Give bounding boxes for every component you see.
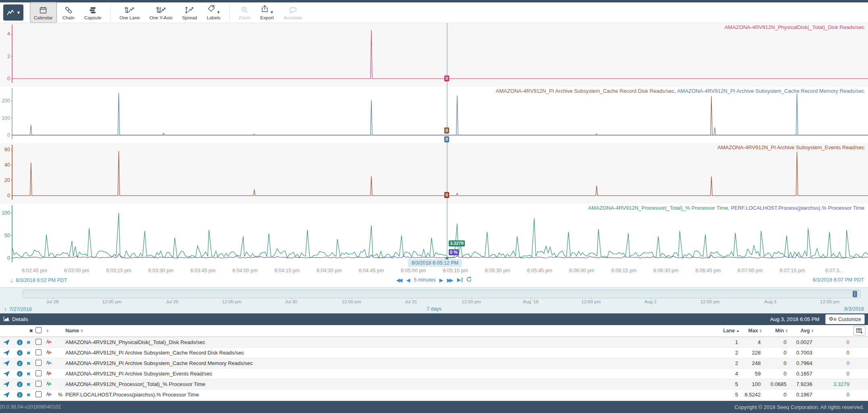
column-avg[interactable]: Avg	[800, 328, 809, 334]
row-checkbox[interactable]	[36, 360, 42, 366]
remove-icon[interactable]	[27, 340, 30, 345]
remove-icon[interactable]	[27, 392, 30, 397]
chevron-down-icon: ▼	[270, 10, 274, 15]
table-row[interactable]: %PERF.LOCALHOST.Process(piarchss).% Proc…	[0, 390, 868, 400]
send-icon[interactable]	[2, 369, 10, 377]
remove-icon[interactable]	[27, 361, 30, 366]
export-button[interactable]: ▼ Export	[256, 2, 278, 23]
unit-label: %	[58, 392, 65, 398]
timeline-bar[interactable]	[22, 290, 861, 298]
chevron-down-icon: ▼	[17, 10, 21, 15]
timeline-selection-handle[interactable]	[853, 291, 857, 297]
row-checkbox[interactable]	[36, 370, 42, 376]
range-end-label[interactable]: 8/3/2018 6:07 PM PDT	[813, 277, 864, 283]
series-name[interactable]: AMAZONA-4RV912N_PI Archive Subsystem_Cac…	[65, 350, 716, 356]
annotate-label: Annotate	[284, 15, 302, 20]
row-checkbox[interactable]	[36, 381, 42, 387]
signal-wave-icon	[46, 391, 53, 397]
row-checkbox[interactable]	[36, 349, 42, 355]
avg-value: 0.7003	[788, 350, 814, 356]
chart-lane-4[interactable]: 050100AMAZONA-4RV912N_Processor(_Total)_…	[0, 204, 868, 266]
chain-button[interactable]: Chain	[59, 2, 79, 23]
step-forward-much-button[interactable]: ▶▶	[447, 277, 454, 283]
series-name[interactable]: AMAZONA-4RV912N_PI Archive Subsystem_Cac…	[65, 360, 716, 366]
chart-lane-3[interactable]: 0204060AMAZONA-4RV912N_PI Archive Subsys…	[0, 143, 868, 204]
chart-lane-2[interactable]: 0100200AMAZONA-4RV912N_PI Archive Subsys…	[0, 87, 868, 143]
select-all-checkbox[interactable]	[36, 327, 42, 333]
zoom-button[interactable]: Zoom	[234, 2, 254, 23]
cursor-value: 0	[814, 339, 851, 345]
spread-button[interactable]: Spread	[178, 2, 201, 23]
trend-view-menu-button[interactable]: ▼	[3, 4, 23, 21]
column-min[interactable]: Min	[775, 328, 784, 334]
one-lane-button[interactable]: One Lane	[115, 2, 144, 23]
details-title: Details	[12, 316, 28, 322]
row-checkbox[interactable]	[36, 391, 42, 397]
row-checkbox[interactable]	[36, 339, 42, 345]
lanes[interactable]: 024AMAZONA-4RV912N_PhysicalDisk(_Total)_…	[0, 23, 868, 266]
info-icon[interactable]	[17, 382, 23, 387]
timeline-duration[interactable]: 7 days	[427, 306, 441, 312]
min-value: 0	[762, 360, 788, 366]
info-icon[interactable]	[17, 340, 23, 345]
table-row[interactable]: AMAZONA-4RV912N_Processor(_Total)_% Proc…	[0, 379, 868, 390]
timeline-end-date[interactable]: 8/3/2018	[844, 306, 864, 312]
one-lane-label: One Lane	[119, 15, 140, 20]
table-row[interactable]: AMAZONA-4RV912N_PI Archive Subsystem_Eve…	[0, 369, 868, 379]
remove-icon[interactable]	[27, 371, 30, 376]
add-column-button[interactable]	[853, 326, 866, 336]
signal-wave-icon	[46, 339, 53, 345]
send-icon[interactable]	[2, 380, 10, 387]
timeline: Jul 2812:00 pmJul 2912:00 pmJul 3012:00 …	[0, 287, 868, 313]
timeline-start-date[interactable]: 7/27/2018	[9, 307, 32, 312]
info-icon[interactable]	[17, 392, 23, 398]
chain-icon	[64, 5, 73, 15]
sort-icon[interactable]: ▲▼	[80, 329, 83, 333]
step-back-much-button[interactable]: ◀◀	[396, 277, 402, 283]
capsule-button[interactable]: Capsule	[80, 2, 105, 23]
refresh-icon[interactable]	[466, 276, 472, 284]
customize-button[interactable]: ⚙⚙ Customize	[825, 314, 865, 324]
column-max[interactable]: Max	[748, 328, 758, 334]
table-row[interactable]: AMAZONA-4RV912N_PhysicalDisk(_Total)_Dis…	[0, 337, 868, 348]
send-icon[interactable]	[2, 359, 10, 366]
step-back-button[interactable]: ◀	[406, 277, 410, 283]
column-name[interactable]: Name	[65, 328, 79, 334]
chart-lane-1[interactable]: 024AMAZONA-4RV912N_PhysicalDisk(_Total)_…	[0, 23, 868, 87]
remove-icon[interactable]	[27, 382, 30, 387]
sort-icon[interactable]: ▲▼	[785, 329, 788, 333]
sort-asc-icon[interactable]: ▲	[736, 329, 740, 333]
info-icon[interactable]	[17, 371, 23, 377]
step-forward-button[interactable]: ▶	[439, 277, 443, 283]
sort-icon[interactable]: ▲▼	[759, 329, 762, 333]
remove-all-icon[interactable]	[27, 328, 36, 334]
send-icon[interactable]	[2, 390, 10, 398]
series-name[interactable]: AMAZONA-4RV912N_Processor(_Total)_% Proc…	[65, 381, 716, 387]
sort-icon[interactable]: ▲▼	[811, 329, 814, 333]
x-axis-tick: 6:06:15 pm	[611, 268, 637, 273]
duration-label[interactable]: 5 minutes	[414, 277, 435, 283]
range-start-label[interactable]: 8/3/2018 6:02 PM PDT	[16, 277, 67, 283]
table-row[interactable]: AMAZONA-4RV912N_PI Archive Subsystem_Cac…	[0, 358, 868, 369]
table-row[interactable]: AMAZONA-4RV912N_PI Archive Subsystem_Cac…	[0, 348, 868, 358]
step-to-end-button[interactable]: ▶	[457, 277, 462, 282]
x-axis-tick: 6:04:00 pm	[232, 268, 258, 273]
sort-icon[interactable]: ▲▼	[46, 329, 49, 333]
x-axis-tick: 6:03:45 pm	[190, 268, 216, 273]
column-lane[interactable]: Lane	[723, 328, 735, 334]
x-axis-tick: 6:04:45 pm	[359, 268, 384, 273]
info-icon[interactable]	[17, 361, 23, 366]
info-icon[interactable]	[17, 350, 23, 356]
labels-button[interactable]: ▼ Labels	[203, 2, 224, 23]
annotate-button[interactable]: Annotate	[280, 2, 306, 23]
one-y-axis-button[interactable]: One Y-Axis	[145, 2, 176, 23]
series-name[interactable]: AMAZONA-4RV912N_PhysicalDisk(_Total)_Dis…	[65, 339, 716, 345]
series-name[interactable]: AMAZONA-4RV912N_PI Archive Subsystem_Eve…	[65, 371, 716, 377]
range-nav-row: ↓ 8/3/2018 6:02 PM PDT ◀◀ ◀ 5 minutes ▶ …	[0, 275, 868, 287]
send-icon[interactable]	[2, 338, 10, 345]
x-axis-tick: 6:06:00 pm	[569, 268, 594, 273]
series-name[interactable]: PERF.LOCALHOST.Process(piarchss).% Proce…	[65, 392, 716, 398]
send-icon[interactable]	[2, 348, 10, 356]
calendar-button[interactable]: Calendar	[30, 2, 57, 23]
remove-icon[interactable]	[27, 350, 30, 355]
